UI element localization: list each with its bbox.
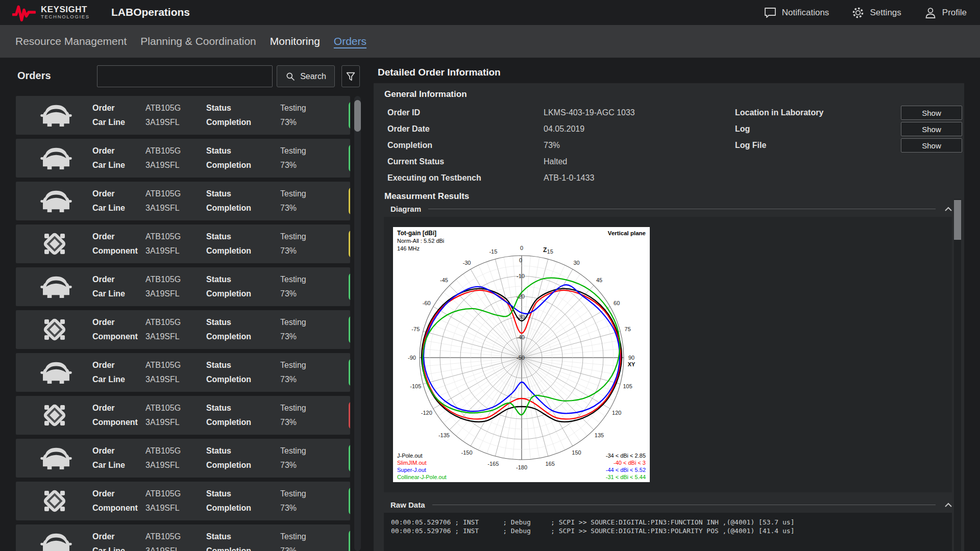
diagram-collapse-button[interactable] bbox=[943, 205, 954, 213]
status-label: Status bbox=[206, 272, 251, 287]
status-bar bbox=[349, 402, 350, 429]
raw-data-collapse-button[interactable] bbox=[943, 501, 954, 509]
svg-text:-40 < dBi < 3: -40 < dBi < 3 bbox=[614, 460, 646, 466]
order-value: ATB105G bbox=[145, 487, 181, 501]
nav-item[interactable]: Orders bbox=[334, 35, 366, 47]
order-card[interactable]: Order Car Line ATB105G 3A19SFL Status Co… bbox=[16, 182, 350, 220]
svg-text:45: 45 bbox=[596, 277, 602, 283]
completion-label: Completion bbox=[206, 415, 251, 430]
status-value: Testing bbox=[280, 101, 306, 115]
detail-scrollbar-thumb[interactable] bbox=[954, 200, 961, 240]
keysight-logo-icon bbox=[12, 3, 36, 22]
svg-text:-44 < dBi < 5.52: -44 < dBi < 5.52 bbox=[606, 467, 646, 473]
status-bar bbox=[349, 359, 350, 386]
svg-text:-30: -30 bbox=[463, 260, 471, 266]
nav-item[interactable]: Resource Management bbox=[15, 35, 127, 47]
general-info-right: Location in Laboratory Show Log Show Log… bbox=[735, 105, 962, 154]
svg-text:Tot-gain [dBi]: Tot-gain [dBi] bbox=[397, 230, 436, 237]
status-label: Status bbox=[206, 187, 251, 201]
status-label: Status bbox=[206, 144, 251, 158]
order-card[interactable]: Order Component ATB105G 3A19SFL Status C… bbox=[16, 310, 350, 349]
completion-label: Completion bbox=[206, 158, 251, 172]
svg-text:120: 120 bbox=[612, 410, 621, 416]
line-label: Car Line bbox=[92, 372, 125, 387]
car-icon bbox=[39, 274, 73, 299]
line-label: Car Line bbox=[92, 158, 125, 172]
info-value: 04.05.2019 bbox=[544, 124, 584, 134]
order-value: ATB105G bbox=[145, 230, 181, 244]
order-card[interactable]: Order Car Line ATB105G 3A19SFL Status Co… bbox=[16, 524, 350, 551]
info-label: Log bbox=[735, 124, 901, 134]
info-row: Completion 73% bbox=[387, 137, 724, 154]
orders-panel-title: Orders bbox=[17, 70, 51, 82]
line-value: 3A19SFL bbox=[145, 458, 181, 472]
filter-icon bbox=[345, 71, 356, 82]
svg-text:0: 0 bbox=[519, 257, 522, 263]
status-value: Testing bbox=[280, 230, 306, 244]
nav-item[interactable]: Planning & Coordination bbox=[140, 35, 256, 47]
order-label: Order bbox=[92, 101, 125, 115]
line-value: 3A19SFL bbox=[145, 201, 181, 215]
line-value: 3A19SFL bbox=[145, 415, 181, 430]
line-value: 3A19SFL bbox=[145, 158, 181, 172]
brand-subname: TECHNOLOGIES bbox=[41, 14, 90, 19]
order-list-scrollbar[interactable] bbox=[354, 96, 361, 551]
completion-label: Completion bbox=[206, 458, 251, 472]
order-card[interactable]: Order Car Line ATB105G 3A19SFL Status Co… bbox=[16, 267, 350, 306]
component-icon bbox=[41, 231, 68, 257]
info-value: Halted bbox=[544, 157, 567, 166]
app-title: LABOperations bbox=[111, 6, 190, 18]
order-card[interactable]: Order Component ATB105G 3A19SFL Status C… bbox=[16, 396, 350, 435]
order-label: Order bbox=[92, 187, 125, 201]
order-card[interactable]: Order Car Line ATB105G 3A19SFL Status Co… bbox=[16, 353, 350, 392]
status-value: Testing bbox=[280, 444, 306, 458]
order-label: Order bbox=[92, 272, 125, 287]
car-icon bbox=[39, 103, 73, 128]
settings-button[interactable]: Settings bbox=[851, 6, 901, 19]
detail-panel: General Information Order ID LKMS-403-19… bbox=[374, 83, 964, 551]
divider bbox=[432, 505, 936, 505]
profile-button[interactable]: Profile bbox=[924, 6, 967, 19]
order-card[interactable]: Order Component ATB105G 3A19SFL Status C… bbox=[16, 224, 350, 263]
detail-scrollbar[interactable] bbox=[954, 199, 961, 551]
nav-item[interactable]: Monitoring bbox=[270, 35, 320, 47]
car-icon bbox=[39, 445, 73, 471]
order-card[interactable]: Order Car Line ATB105G 3A19SFL Status Co… bbox=[16, 96, 350, 135]
svg-text:-105: -105 bbox=[410, 383, 421, 389]
brand-name: KEYSIGHT bbox=[41, 5, 90, 14]
raw-data-label: Raw Data bbox=[390, 500, 425, 509]
completion-value: 73% bbox=[280, 115, 306, 130]
search-button[interactable]: Search bbox=[277, 65, 335, 87]
diagram-section-header: Diagram bbox=[390, 205, 954, 213]
info-row: Executing on Testbench ATB-1-0-1433 bbox=[387, 170, 724, 186]
notifications-button[interactable]: Notifications bbox=[764, 6, 829, 19]
svg-text:-75: -75 bbox=[411, 326, 420, 332]
diagram-label: Diagram bbox=[390, 205, 421, 213]
search-input[interactable] bbox=[97, 65, 273, 87]
measurement-results-title: Measurment Results bbox=[384, 191, 469, 202]
notifications-label: Notifications bbox=[782, 8, 829, 18]
filter-button[interactable] bbox=[341, 65, 360, 87]
svg-text:XY: XY bbox=[628, 361, 635, 367]
show-button[interactable]: Show bbox=[901, 122, 962, 136]
svg-text:Collinear-J-Pole.out: Collinear-J-Pole.out bbox=[397, 474, 447, 480]
info-row: Order Date 04.05.2019 bbox=[387, 121, 724, 137]
order-card[interactable]: Order Car Line ATB105G 3A19SFL Status Co… bbox=[16, 139, 350, 178]
line-value: 3A19SFL bbox=[145, 287, 181, 301]
main-nav: Resource ManagementPlanning & Coordinati… bbox=[0, 25, 980, 58]
notifications-icon bbox=[764, 6, 777, 19]
status-label: Status bbox=[206, 401, 251, 415]
status-bar bbox=[349, 530, 350, 551]
svg-text:-165: -165 bbox=[487, 461, 499, 467]
order-card[interactable]: Order Component ATB105G 3A19SFL Status C… bbox=[16, 482, 350, 520]
order-card[interactable]: Order Car Line ATB105G 3A19SFL Status Co… bbox=[16, 439, 350, 478]
status-bar bbox=[349, 230, 350, 258]
status-bar bbox=[349, 187, 350, 215]
show-button[interactable]: Show bbox=[901, 138, 962, 153]
svg-text:105: 105 bbox=[623, 383, 632, 389]
show-button[interactable]: Show bbox=[901, 106, 962, 120]
svg-text:-180: -180 bbox=[516, 464, 527, 470]
line-label: Car Line bbox=[92, 115, 125, 130]
order-value: ATB105G bbox=[145, 358, 181, 372]
order-list-scrollbar-thumb[interactable] bbox=[354, 100, 361, 132]
